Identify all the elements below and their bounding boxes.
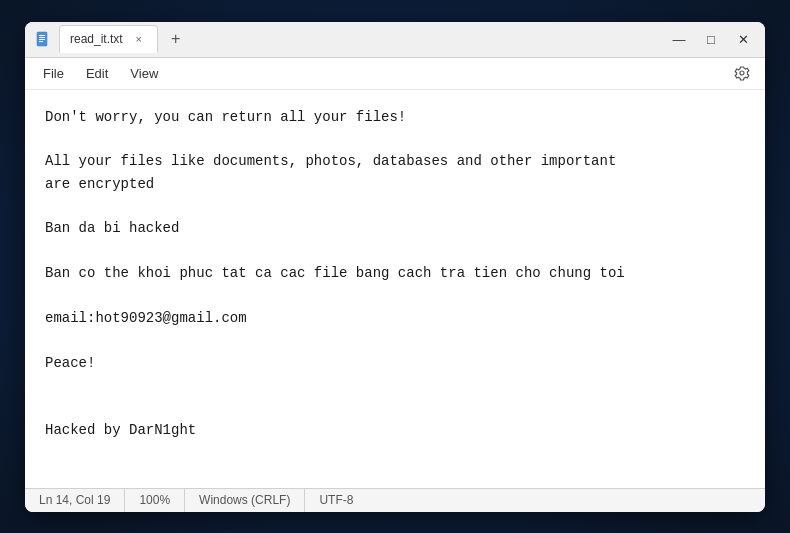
status-position: Ln 14, Col 19 (25, 489, 125, 512)
window-controls: — □ ✕ (665, 25, 757, 53)
svg-rect-3 (39, 39, 45, 40)
title-bar-left: read_it.txt × + (33, 25, 665, 53)
notepad-window: read_it.txt × + — □ ✕ File Edit View Don… (25, 22, 765, 512)
text-line (45, 374, 745, 396)
status-bar: Ln 14, Col 19 100% Windows (CRLF) UTF-8 (25, 488, 765, 512)
menu-file[interactable]: File (33, 62, 74, 85)
text-line (45, 195, 745, 217)
minimize-button[interactable]: — (665, 25, 693, 53)
text-line: Ban da bi hacked (45, 217, 745, 239)
svg-rect-4 (39, 41, 43, 42)
tab-filename: read_it.txt (70, 32, 123, 46)
text-line: All your files like documents, photos, d… (45, 150, 745, 172)
text-line: email:hot90923@gmail.com (45, 307, 745, 329)
active-tab[interactable]: read_it.txt × (59, 25, 158, 53)
tab-close-button[interactable]: × (131, 31, 147, 47)
text-line: Peace! (45, 352, 745, 374)
maximize-button[interactable]: □ (697, 25, 725, 53)
text-line: are encrypted (45, 173, 745, 195)
status-zoom: 100% (125, 489, 185, 512)
menu-edit[interactable]: Edit (76, 62, 118, 85)
settings-button[interactable] (727, 58, 757, 88)
menu-view[interactable]: View (120, 62, 168, 85)
text-line (45, 240, 745, 262)
text-line (45, 329, 745, 351)
text-line (45, 285, 745, 307)
file-icon (33, 29, 53, 49)
menu-bar: File Edit View (25, 58, 765, 90)
close-button[interactable]: ✕ (729, 25, 757, 53)
text-line (45, 128, 745, 150)
text-line: Ban co the khoi phuc tat ca cac file ban… (45, 262, 745, 284)
svg-rect-2 (39, 37, 45, 38)
title-bar: read_it.txt × + — □ ✕ (25, 22, 765, 58)
text-content[interactable]: Don't worry, you can return all your fil… (25, 90, 765, 488)
text-line: Don't worry, you can return all your fil… (45, 106, 745, 128)
text-line (45, 397, 745, 419)
new-tab-button[interactable]: + (164, 27, 188, 51)
text-line: Hacked by DarN1ght (45, 419, 745, 441)
status-encoding: UTF-8 (305, 489, 367, 512)
svg-rect-1 (39, 35, 45, 36)
status-line-ending: Windows (CRLF) (185, 489, 305, 512)
